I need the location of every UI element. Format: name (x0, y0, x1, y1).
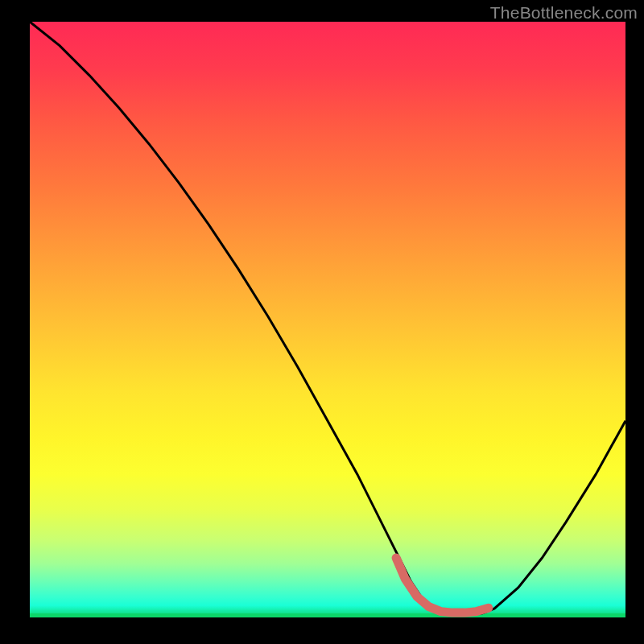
plot-area (30, 22, 625, 617)
chart-stage: TheBottleneck.com (0, 0, 644, 644)
curve-svg (30, 22, 625, 617)
accent-segment-path (396, 558, 489, 613)
bottleneck-curve-path (30, 22, 625, 614)
watermark-text: TheBottleneck.com (490, 3, 638, 23)
